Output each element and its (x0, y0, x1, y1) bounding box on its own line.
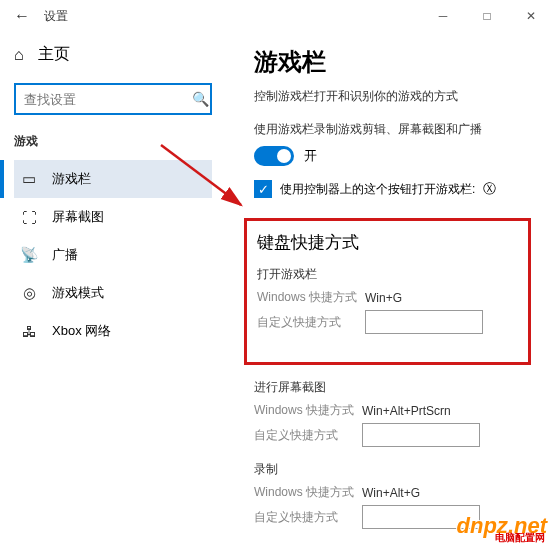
custom-shortcut-input[interactable] (362, 423, 480, 447)
minimize-button[interactable]: ─ (421, 0, 465, 32)
sidebar-item-gamebar[interactable]: ▭ 游戏栏 (14, 160, 212, 198)
content: 游戏栏 控制游戏栏打开和识别你的游戏的方式 使用游戏栏录制游戏剪辑、屏幕截图和广… (226, 32, 553, 545)
group-title: 进行屏幕截图 (254, 379, 543, 396)
toggle-label: 开 (304, 147, 317, 165)
gamebar-icon: ▭ (20, 170, 38, 188)
group-title: 录制 (254, 461, 543, 478)
section-label: 游戏 (14, 133, 212, 150)
group-title: 打开游戏栏 (257, 266, 518, 283)
watermark-sub: 电脑配置网 (495, 531, 545, 545)
win-shortcut-label: Windows 快捷方式 (257, 289, 365, 306)
captures-icon: ⛶ (20, 209, 38, 226)
network-icon: 🖧 (20, 323, 38, 340)
sidebar-item-xbox-network[interactable]: 🖧 Xbox 网络 (14, 312, 212, 350)
toggle-desc: 使用游戏栏录制游戏剪辑、屏幕截图和广播 (254, 121, 543, 138)
win-shortcut-value: Win+G (365, 291, 402, 305)
page-title: 游戏栏 (254, 46, 543, 78)
back-icon[interactable]: ← (14, 7, 30, 25)
shortcuts-heading: 键盘快捷方式 (257, 231, 518, 254)
gamemode-icon: ◎ (20, 284, 38, 302)
search-input[interactable] (24, 92, 192, 107)
search-icon: 🔍 (192, 91, 209, 107)
custom-shortcut-label: 自定义快捷方式 (254, 509, 362, 526)
nav-label: Xbox 网络 (52, 322, 111, 340)
sidebar-item-captures[interactable]: ⛶ 屏幕截图 (14, 198, 212, 236)
custom-shortcut-label: 自定义快捷方式 (254, 427, 362, 444)
win-shortcut-value: Win+Alt+PrtScrn (362, 404, 451, 418)
home-icon: ⌂ (14, 46, 24, 64)
home-label: 主页 (38, 44, 70, 65)
window-title: 设置 (44, 8, 68, 25)
nav-label: 广播 (52, 246, 78, 264)
win-shortcut-label: Windows 快捷方式 (254, 402, 362, 419)
broadcast-icon: 📡 (20, 246, 38, 264)
maximize-button[interactable]: □ (465, 0, 509, 32)
gamebar-toggle[interactable] (254, 146, 294, 166)
xbox-icon: Ⓧ (483, 180, 496, 198)
page-desc: 控制游戏栏打开和识别你的游戏的方式 (254, 88, 543, 105)
win-shortcut-value: Win+Alt+G (362, 486, 420, 500)
sidebar-item-gamemode[interactable]: ◎ 游戏模式 (14, 274, 212, 312)
titlebar: ← 设置 ─ □ ✕ (0, 0, 553, 32)
nav-label: 屏幕截图 (52, 208, 104, 226)
sidebar-item-broadcast[interactable]: 📡 广播 (14, 236, 212, 274)
win-shortcut-label: Windows 快捷方式 (254, 484, 362, 501)
custom-shortcut-label: 自定义快捷方式 (257, 314, 365, 331)
nav-label: 游戏模式 (52, 284, 104, 302)
home-link[interactable]: ⌂ 主页 (14, 40, 212, 69)
search-box[interactable]: 🔍 (14, 83, 212, 115)
close-button[interactable]: ✕ (509, 0, 553, 32)
custom-shortcut-input[interactable] (365, 310, 483, 334)
controller-checkbox[interactable]: ✓ (254, 180, 272, 198)
nav-label: 游戏栏 (52, 170, 91, 188)
checkbox-label: 使用控制器上的这个按钮打开游戏栏: (280, 181, 475, 198)
sidebar: ⌂ 主页 🔍 游戏 ▭ 游戏栏 ⛶ 屏幕截图 📡 广播 ◎ 游戏模式 🖧 Xbo… (0, 32, 226, 545)
highlight-box: 键盘快捷方式 打开游戏栏 Windows 快捷方式 Win+G 自定义快捷方式 (244, 218, 531, 365)
